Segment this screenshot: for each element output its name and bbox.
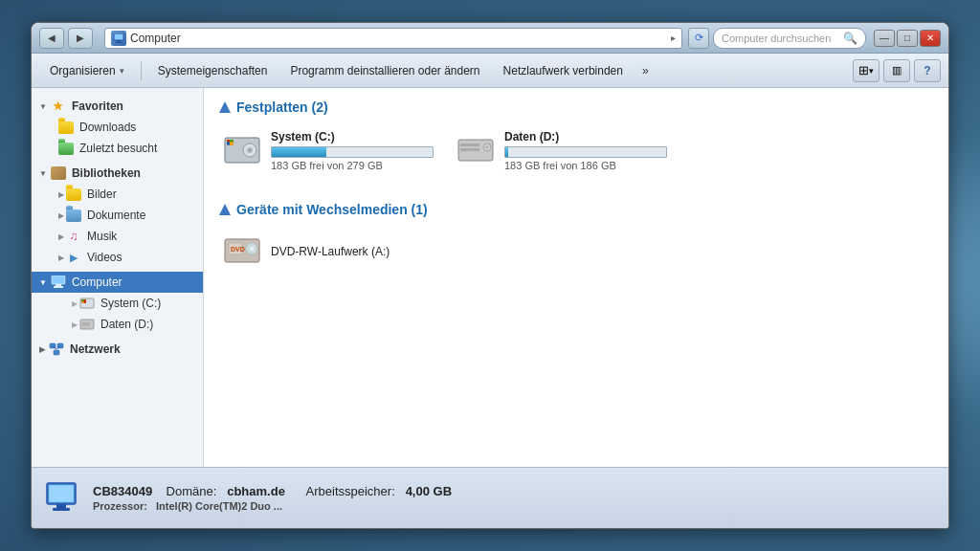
organize-label: Organisieren xyxy=(50,64,116,77)
maximize-button[interactable]: □ xyxy=(897,30,918,47)
progress-bar-data-d xyxy=(504,146,667,158)
ram-value: 4,00 GB xyxy=(406,484,452,498)
svg-point-34 xyxy=(486,145,489,148)
svg-rect-3 xyxy=(52,276,65,284)
sidebar-section-libraries: ▼ Bibliotheken ▶ Bilder ▶ xyxy=(32,163,203,268)
svg-point-29 xyxy=(249,149,251,151)
progress-fill-data-d xyxy=(505,147,508,157)
harddisks-section-title: Festplatten (2) xyxy=(219,99,933,115)
sidebar-item-videos[interactable]: ▶ ▶ Videos xyxy=(32,247,203,268)
main-panel: Festplatten (2) xyxy=(204,88,948,467)
close-icon: ✕ xyxy=(926,33,934,43)
svg-text:DVD: DVD xyxy=(231,246,245,253)
sidebar-item-documents[interactable]: ▶ Dokumente xyxy=(32,205,203,226)
sidebar-network-header[interactable]: ▶ Netzwerk xyxy=(32,339,203,360)
data-d-icon xyxy=(79,317,95,332)
dvd-icon: DVD xyxy=(223,232,261,271)
cpu-value: Intel(R) Core(TM)2 Duo ... xyxy=(156,500,282,512)
drive-item-data-d[interactable]: Daten (D:) 183 GB frei von 186 GB xyxy=(453,126,663,179)
drive-info-data-d: Daten (D:) 183 GB frei von 186 GB xyxy=(504,130,667,171)
recently-visited-icon xyxy=(58,141,74,156)
system-properties-button[interactable]: Systemeigenschaften xyxy=(147,57,278,84)
network-drive-label: Netzlaufwerk verbinden xyxy=(503,64,623,77)
system-c-label: System (C:) xyxy=(100,297,161,310)
sidebar-item-computer[interactable]: ▼ Computer xyxy=(32,272,203,293)
view-toggle-button[interactable]: ⊞ ▾ xyxy=(853,59,880,82)
hdd-icon-data-d xyxy=(457,132,495,170)
documents-folder-icon xyxy=(66,208,81,223)
svg-rect-42 xyxy=(56,504,66,508)
computer-icon xyxy=(111,31,126,46)
network-drive-button[interactable]: Netzlaufwerk verbinden xyxy=(493,57,634,84)
forward-button[interactable]: ▶ xyxy=(68,28,93,49)
svg-rect-1 xyxy=(117,40,121,42)
svg-rect-31 xyxy=(460,143,479,146)
sidebar-libraries-header[interactable]: ▼ Bibliotheken xyxy=(32,163,203,184)
svg-rect-44 xyxy=(50,486,73,501)
sidebar-favorites-header[interactable]: ▼ ★ Favoriten xyxy=(32,96,203,117)
computer-icon-sidebar xyxy=(51,275,66,290)
toolbar-right: ⊞ ▾ ▥ ? xyxy=(853,59,941,82)
progress-fill-system-c xyxy=(272,147,326,157)
minimize-button[interactable]: — xyxy=(874,30,895,47)
hostname-text: CB834049 xyxy=(93,484,152,498)
panel-toggle-button[interactable]: ▥ xyxy=(883,59,910,82)
svg-rect-5 xyxy=(54,286,63,288)
more-button[interactable]: » xyxy=(635,57,656,84)
sidebar-item-downloads[interactable]: Downloads xyxy=(32,117,203,138)
search-bar[interactable]: Computer durchsuchen 🔍 xyxy=(713,28,866,49)
help-button[interactable]: ? xyxy=(914,59,941,82)
back-button[interactable]: ◀ xyxy=(39,28,64,49)
sidebar-subitem-system-c[interactable]: ▶ System (C:) xyxy=(32,293,203,314)
computer-label: Computer xyxy=(72,276,122,289)
svg-rect-23 xyxy=(227,140,230,143)
svg-rect-24 xyxy=(230,140,234,143)
svg-rect-43 xyxy=(53,508,70,511)
sidebar-item-recently-visited[interactable]: Zuletzt besucht xyxy=(32,138,203,159)
maximize-icon: □ xyxy=(904,33,910,43)
videos-icon: ▶ xyxy=(66,250,81,265)
svg-rect-14 xyxy=(82,324,90,326)
close-button[interactable]: ✕ xyxy=(920,30,941,47)
svg-rect-11 xyxy=(81,301,83,303)
dvd-drive-item[interactable]: DVD DVD-RW-Laufwerk (A:) xyxy=(219,229,933,275)
progress-bar-system-c xyxy=(271,146,434,158)
svg-rect-9 xyxy=(81,299,83,301)
images-expand-icon: ▶ xyxy=(58,190,64,199)
music-label: Musik xyxy=(87,230,117,243)
svg-rect-2 xyxy=(115,42,122,43)
drive-name-data-d: Daten (D:) xyxy=(504,130,667,143)
statusbar: CB834049 Domäne: cbham.de Arbeitsspeiche… xyxy=(32,467,948,528)
network-label: Netzwerk xyxy=(70,342,121,356)
drive-header-data-d: Daten (D:) 183 GB frei von 186 GB xyxy=(457,130,659,171)
address-bar[interactable]: Computer ▸ xyxy=(104,28,682,49)
system-c-icon xyxy=(79,296,95,311)
sidebar: ▼ ★ Favoriten Downloads Zuletzt besucht xyxy=(32,88,204,467)
address-arrow: ▸ xyxy=(671,33,676,43)
images-label: Bilder xyxy=(87,187,117,201)
sidebar-item-music[interactable]: ▶ ♫ Musik xyxy=(32,226,203,247)
music-icon: ♫ xyxy=(66,229,81,244)
window-controls: — □ ✕ xyxy=(874,30,941,47)
svg-rect-32 xyxy=(460,148,479,151)
favorites-star-icon: ★ xyxy=(51,99,66,114)
drive-item-system-c[interactable]: System (C:) 183 GB frei von 279 GB xyxy=(219,126,430,179)
drive-header-system-c: System (C:) 183 GB frei von 279 GB xyxy=(223,130,426,171)
libraries-icon xyxy=(51,165,66,181)
svg-rect-0 xyxy=(114,33,123,40)
search-placeholder: Computer durchsuchen xyxy=(722,33,831,44)
music-expand-icon: ▶ xyxy=(58,232,64,241)
sidebar-section-computer: ▼ Computer ▶ System (C:) ▶ xyxy=(32,272,203,335)
uninstall-button[interactable]: Programm deinstallieren oder ändern xyxy=(279,57,490,84)
status-hostname: CB834049 Domäne: cbham.de Arbeitsspeiche… xyxy=(93,484,452,498)
refresh-button[interactable]: ⟳ xyxy=(688,28,709,49)
svg-rect-4 xyxy=(56,284,61,286)
sidebar-subitem-data-d[interactable]: ▶ Daten (D:) xyxy=(32,314,203,335)
nav-controls: ◀ ▶ xyxy=(39,28,93,49)
sidebar-item-images[interactable]: ▶ Bilder xyxy=(32,184,203,205)
documents-label: Dokumente xyxy=(87,209,145,222)
recently-visited-label: Zuletzt besucht xyxy=(79,142,157,155)
svg-rect-17 xyxy=(54,350,59,355)
organize-button[interactable]: Organisieren ▾ xyxy=(39,57,135,84)
forward-icon: ▶ xyxy=(77,33,84,43)
